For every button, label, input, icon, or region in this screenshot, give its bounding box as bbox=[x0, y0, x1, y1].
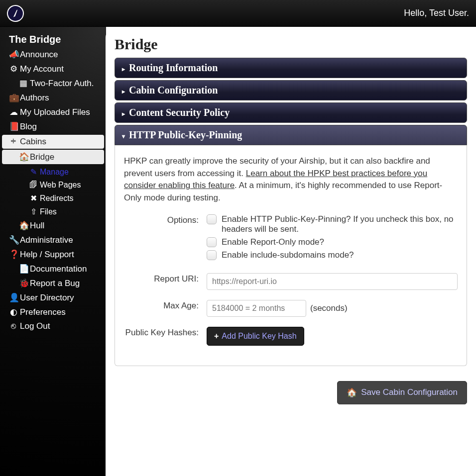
sidebar-item-manage[interactable]: ✎Manage bbox=[0, 165, 106, 179]
sidebar-item-prefs[interactable]: ◐Preferences bbox=[0, 305, 106, 319]
report-uri-input[interactable] bbox=[207, 273, 458, 290]
greeting-text: Hello, Test User. bbox=[404, 8, 469, 18]
sidebar-item-redirects[interactable]: ✖Redirects bbox=[0, 191, 106, 205]
max-age-input[interactable] bbox=[207, 300, 306, 317]
book-icon: 📕 bbox=[9, 121, 18, 132]
bug-icon: 🐞 bbox=[19, 278, 28, 288]
wrench-icon: 🔧 bbox=[9, 235, 18, 245]
help-icon: ❓ bbox=[9, 249, 18, 260]
home-icon: 🏠 bbox=[19, 220, 28, 231]
plus-icon: + bbox=[214, 332, 219, 341]
opt-enable-text: Enable HTTP Public-Key-Pinning? If you u… bbox=[222, 214, 458, 234]
sidebar-item-authors[interactable]: 💼Authors bbox=[0, 91, 106, 105]
pages-icon: 🗐 bbox=[29, 181, 38, 190]
redirect-icon: ✖ bbox=[29, 193, 38, 203]
sidebar-item-hull[interactable]: 🏠Hull bbox=[0, 218, 106, 233]
home-icon: 🏠 bbox=[19, 152, 28, 162]
sidebar: The Bridge 📣Announce ⚙My Account ▦Two-Fa… bbox=[0, 27, 106, 476]
accordion-hpkp[interactable]: HTTP Public-Key-Pinning bbox=[115, 125, 467, 145]
contrast-icon: ◐ bbox=[9, 307, 18, 317]
accordion-cabin[interactable]: Cabin Configuration bbox=[115, 80, 467, 100]
bag-icon: 💼 bbox=[9, 93, 18, 103]
logout-icon: ⎋ bbox=[9, 321, 18, 331]
sidebar-heading: The Bridge bbox=[0, 32, 106, 47]
sidebar-item-files[interactable]: ⇧Files bbox=[0, 205, 106, 218]
sidebar-item-bug[interactable]: 🐞Report a Bug bbox=[0, 276, 106, 290]
caret-right-icon bbox=[122, 85, 125, 96]
sidebar-item-webpages[interactable]: 🗐Web Pages bbox=[0, 179, 106, 191]
doc-icon: 📄 bbox=[19, 264, 28, 274]
accordion-routing[interactable]: Routing Information bbox=[115, 58, 467, 78]
upload-icon: ⇧ bbox=[29, 207, 38, 216]
accordion-csp[interactable]: Content Security Policy bbox=[115, 102, 467, 123]
checkbox-enable-hpkp[interactable] bbox=[207, 214, 217, 224]
sidebar-item-logout[interactable]: ⎋Log Out bbox=[0, 319, 106, 333]
bullhorn-icon: 📣 bbox=[9, 49, 18, 60]
home-icon: 🏠 bbox=[347, 387, 357, 398]
logo[interactable] bbox=[4, 2, 26, 24]
sidebar-item-docs[interactable]: 📄Documentation bbox=[0, 262, 106, 276]
sidebar-item-myaccount[interactable]: ⚙My Account bbox=[0, 62, 106, 76]
sidebar-item-bridge[interactable]: 🏠Bridge bbox=[2, 150, 104, 164]
sidebar-item-announce[interactable]: 📣Announce bbox=[0, 47, 106, 62]
max-age-label: Max Age: bbox=[124, 300, 199, 311]
user-icon: 👤 bbox=[9, 292, 18, 303]
hashes-label: Public Key Hashes: bbox=[124, 327, 199, 338]
page-title: Bridge bbox=[115, 36, 467, 53]
qr-icon: ▦ bbox=[19, 78, 28, 89]
checkbox-report-only[interactable] bbox=[207, 237, 217, 247]
gear-icon: ⚙ bbox=[9, 64, 18, 74]
sidebar-item-uploaded[interactable]: ☁My Uploaded Files bbox=[0, 105, 106, 119]
save-cabin-button[interactable]: 🏠 Save Cabin Configuration bbox=[337, 381, 467, 404]
max-age-suffix: (seconds) bbox=[310, 300, 348, 313]
hpkp-intro: HPKP can greatly improve the security of… bbox=[124, 155, 458, 204]
caret-right-icon bbox=[122, 62, 125, 74]
caret-right-icon bbox=[122, 107, 125, 118]
report-uri-label: Report URI: bbox=[124, 273, 199, 284]
add-hash-button[interactable]: + Add Public Key Hash bbox=[207, 327, 304, 346]
caret-down-icon bbox=[122, 129, 125, 141]
hpkp-panel: HPKP can greatly improve the security of… bbox=[115, 145, 467, 366]
checkbox-include-subdomains[interactable] bbox=[207, 250, 217, 260]
feather-icon bbox=[10, 8, 21, 18]
cloud-upload-icon: ☁ bbox=[9, 107, 18, 117]
sidebar-item-cabins[interactable]: ⫩Cabins bbox=[2, 135, 104, 149]
cabins-icon: ⫩ bbox=[9, 137, 18, 147]
sidebar-item-userdir[interactable]: 👤User Directory bbox=[0, 290, 106, 305]
options-label: Options: bbox=[124, 214, 199, 225]
main-content: Bridge Routing Information Cabin Configu… bbox=[106, 27, 476, 476]
sidebar-item-help[interactable]: ❓Help / Support bbox=[0, 247, 106, 262]
opt-report-only-text: Enable Report-Only mode? bbox=[222, 237, 324, 247]
sidebar-item-twofactor[interactable]: ▦Two-Factor Auth. bbox=[0, 76, 106, 91]
opt-include-subdomains-text: Enable include-subdomains mode? bbox=[222, 250, 354, 260]
sidebar-item-admin[interactable]: 🔧Administrative bbox=[0, 233, 106, 247]
topbar: Hello, Test User. bbox=[0, 0, 476, 27]
sidebar-item-blog[interactable]: 📕Blog bbox=[0, 119, 106, 134]
edit-icon: ✎ bbox=[29, 167, 38, 177]
